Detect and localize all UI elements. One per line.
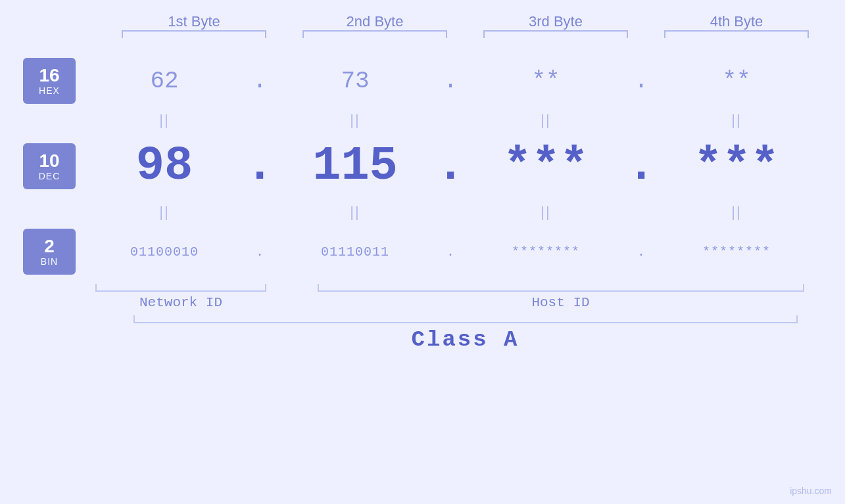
dec-dot2: . [434,139,467,193]
bin-b3: ******** [467,244,625,260]
dec-badge-num: 10 [39,151,59,172]
hex-dot1: . [243,68,276,95]
hex-badge: 16 HEX [23,58,76,104]
hex-dot3: . [625,68,658,95]
bin-b3-val: ******** [512,244,580,260]
hex-row: 62 . 73 . ** . ** [85,51,845,110]
hex-b1-val: 62 [150,68,178,95]
bin-b2-val: 01110011 [321,244,389,260]
bracket-byte4 [664,30,809,38]
eq2-b1: || [85,204,243,221]
host-id-wrap: Host ID [276,284,845,310]
bin-badge-num: 2 [44,237,55,257]
dec-row: 98 . 115 . *** . *** [85,130,845,202]
bracket-byte1 [122,30,266,38]
byte3-header: 3rd Byte [477,13,635,30]
bracket-byte2 [302,30,447,38]
dec-dot1: . [243,139,276,193]
dec-b1: 98 [85,139,243,193]
hex-badge-num: 16 [39,66,59,86]
badges-column: 16 HEX 10 DEC 2 BIN [0,51,85,281]
hex-b4-val: ** [722,68,750,95]
id-bracket-section: Network ID Host ID [85,284,845,310]
host-id-label: Host ID [531,295,589,310]
hex-b2: 73 [276,68,434,95]
eq2-b3: || [467,204,625,221]
bin-row: 01100010 . 01110011 . ******** . [85,222,845,281]
class-section: Class A [85,315,845,352]
eq1-b3: || [467,112,625,129]
dec-badge-slot: 10 DEC [13,130,85,202]
eq1-b4: || [658,112,815,129]
hex-badge-slot: 16 HEX [13,51,85,110]
bin-b4-val: ******** [702,244,771,260]
dec-b1-val: 98 [136,139,193,193]
byte1-header: 1st Byte [115,13,273,30]
bin-b1: 01100010 [85,244,243,260]
dec-b3-val: *** [503,139,589,193]
dec-b4-val: *** [694,139,779,193]
bin-dot1: . [243,244,276,260]
eq1-b1: || [85,112,243,129]
rows-column: 62 . 73 . ** . ** [85,51,845,352]
dec-b2: 115 [276,139,434,193]
hex-b4: ** [658,68,815,95]
byte4-header: 4th Byte [658,13,815,30]
eq1-badge-slot [13,110,85,130]
eq2-b2: || [276,204,434,221]
host-id-bracket [318,284,804,292]
hex-b2-val: 73 [341,68,369,95]
hex-dot2: . [434,68,467,95]
bin-b4: ******** [658,244,815,260]
network-id-wrap: Network ID [85,284,276,310]
hex-b3-val: ** [531,68,560,95]
network-id-label: Network ID [139,295,222,310]
eq2-b4: || [658,204,815,221]
bin-b1-val: 01100010 [130,244,199,260]
equals-row-1: || || || || [85,110,845,130]
dec-dot3: . [625,139,658,193]
dec-b2-val: 115 [312,139,398,193]
dec-b4: *** [658,139,815,193]
content-area: 16 HEX 10 DEC 2 BIN [0,45,845,504]
main-container: 1st Byte 2nd Byte 3rd Byte 4th Byte 16 H… [0,0,845,504]
class-label: Class A [412,327,519,352]
byte-headers: 1st Byte 2nd Byte 3rd Byte 4th Byte [104,13,827,30]
dec-badge: 10 DEC [23,143,76,189]
hex-b1: 62 [85,68,243,95]
bin-b2: 01110011 [276,244,434,260]
byte2-header: 2nd Byte [296,13,454,30]
eq2-badge-slot [13,202,85,222]
dec-b3: *** [467,139,625,193]
watermark: ipshu.com [790,486,832,496]
equals-row-2: || || || || [85,202,845,222]
bin-badge-slot: 2 BIN [13,222,85,281]
hex-badge-label: HEX [39,85,60,96]
network-id-bracket [95,284,266,292]
bin-dot3: . [625,244,658,260]
hex-b3: ** [467,68,625,95]
bin-dot2: . [434,244,467,260]
eq1-b2: || [276,112,434,129]
class-bracket [133,315,798,323]
bracket-byte3 [483,30,628,38]
top-brackets [104,30,827,38]
bin-badge-label: BIN [41,256,58,267]
dec-badge-label: DEC [39,171,60,181]
bin-badge: 2 BIN [23,229,76,275]
